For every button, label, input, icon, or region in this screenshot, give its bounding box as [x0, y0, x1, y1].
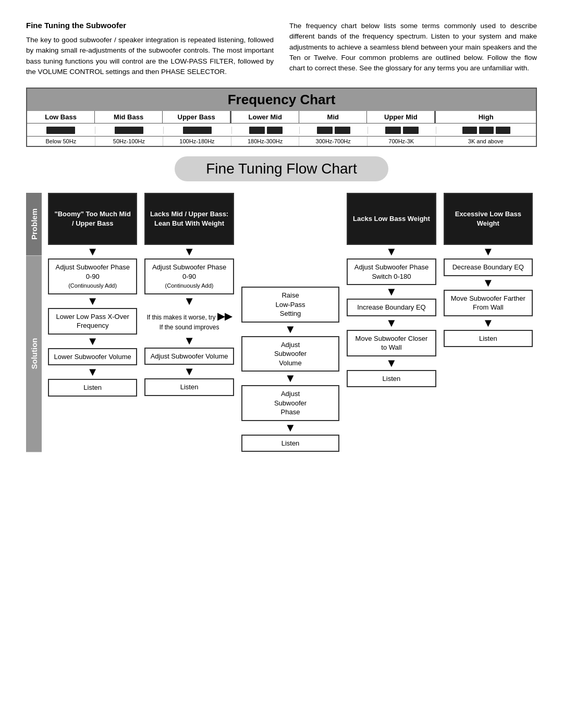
sol4-listen: Listen [444, 330, 533, 348]
arrow-4: ▼ [87, 366, 99, 378]
hz-low-bass: Below 50Hz [27, 137, 95, 146]
sol2b-listen: Listen [241, 435, 340, 452]
arrow-3: ▼ [87, 336, 99, 347]
arrow-c3-2: ▼ [386, 286, 397, 298]
top-section: Fine Tuning the Subwoofer The key to goo… [26, 21, 537, 77]
band-upper-bass: Upper Bass [163, 111, 230, 123]
side-labels: Problem Solution [26, 193, 42, 452]
flow-col-3: Lacks Low Bass Weight ▼ Adjust Subwoofer… [345, 193, 438, 452]
flow-title: Fine Tuning Flow Chart [175, 156, 388, 181]
top-right: The frequency chart below lists some ter… [289, 21, 537, 77]
freq-bars [27, 124, 536, 136]
sol2-adjust-phase: Adjust Subwoofer Phase 0-90 (Continuousl… [144, 258, 234, 294]
frequency-chart: Frequency Chart Low Bass Mid Bass Upper … [26, 88, 537, 147]
band-low-bass: Low Bass [27, 111, 95, 123]
hz-high: 3K and above [436, 137, 536, 146]
hz-lower-mid: 180Hz-300Hz [231, 137, 300, 146]
flow-col-1: "Boomy" Too Much Mid / Upper Bass ▼ Adju… [46, 193, 139, 452]
band-high: High [435, 111, 536, 123]
flow-title-wrap: Fine Tuning Flow Chart [26, 156, 537, 181]
arrow-2: ▼ [87, 295, 99, 307]
fine-tuning-body: The key to good subwoofer / speaker inte… [26, 35, 274, 77]
sol2-listen: Listen [144, 378, 234, 396]
bars-high [436, 127, 536, 134]
bar [46, 127, 75, 134]
bars-upper-mid [368, 127, 436, 134]
problem-label: Problem [26, 193, 42, 255]
bar [183, 127, 212, 134]
arrow-c3-4: ▼ [386, 357, 397, 369]
problem-boomy: "Boomy" Too Much Mid / Upper Bass [48, 193, 137, 245]
problem-lacks-low: Lacks Low Bass Weight [347, 193, 436, 245]
sol3-increase-eq: Increase Boundary EQ [347, 299, 436, 316]
flow-col-2b: RaiseLow-PassSetting ▼ AdjustSubwooferVo… [239, 193, 342, 452]
freq-bands: Low Bass Mid Bass Upper Bass Lower Mid M… [27, 111, 536, 124]
flow-columns: "Boomy" Too Much Mid / Upper Bass ▼ Adju… [44, 193, 537, 452]
sol2b-adjust-vol: AdjustSubwooferVolume [241, 336, 340, 372]
arrow-c3-3: ▼ [386, 317, 397, 329]
bar [496, 127, 510, 134]
bar [403, 127, 419, 134]
sol2b-adjust-phase: AdjustSubwooferPhase [241, 385, 340, 421]
arrow-c4-2: ▼ [482, 277, 494, 289]
bar [249, 127, 265, 134]
arrow-2b-2: ▼ [285, 373, 296, 384]
bar [115, 127, 143, 134]
top-left: Fine Tuning the Subwoofer The key to goo… [26, 21, 274, 77]
sol3-listen: Listen [347, 370, 436, 388]
bar [385, 127, 401, 134]
bar [462, 127, 477, 134]
hz-upper-mid: 700Hz-3K [368, 137, 436, 146]
sol3-move-closer: Move Subwoofer Closer to Wall [347, 330, 436, 356]
arrow-2b-1: ▼ [285, 324, 296, 335]
sol4-move-farther: Move Subwoofer Farther From Wall [444, 290, 533, 316]
bar [317, 127, 333, 134]
flow-col-2: Lacks Mid / Upper Bass: Lean But With We… [142, 193, 236, 452]
hz-upper-bass: 100Hz-180Hz [163, 137, 231, 146]
arrow-c2-3: ▼ [183, 335, 195, 347]
solution-label: Solution [26, 255, 42, 452]
band-lower-mid: Lower Mid [230, 111, 299, 123]
bar [267, 127, 283, 134]
sol1-adjust-phase: Adjust Subwoofer Phase 0-90 (Continuousl… [48, 258, 137, 294]
sol2b-raise-lowpass: RaiseLow-PassSetting [241, 287, 340, 323]
bar [335, 127, 350, 134]
hz-mid-bass: 50Hz-100Hz [95, 137, 164, 146]
fine-tuning-heading: Fine Tuning the Subwoofer [26, 21, 274, 30]
sol3-adjust-phase: Adjust Subwoofer Phase Switch 0-180 [347, 258, 436, 285]
bars-mid-bass [95, 127, 164, 134]
sol1-listen: Listen [48, 379, 137, 397]
sol1-lower-volume: Lower Subwoofer Volume [48, 348, 137, 366]
sol1-lower-lowpass: Lower Low Pass X-Over Frequency [48, 308, 137, 335]
bars-lower-mid [232, 127, 300, 134]
band-mid-bass: Mid Bass [95, 111, 163, 123]
branch-worse: If this makes it worse, try ▶▶ If the so… [144, 308, 234, 334]
arrow-c4-3: ▼ [482, 317, 494, 329]
sol4-decrease-eq: Decrease Boundary EQ [444, 258, 533, 276]
freq-hz: Below 50Hz 50Hz-100Hz 100Hz-180Hz 180Hz-… [27, 136, 536, 146]
arrow-c3-1: ▼ [386, 246, 397, 257]
bar [479, 127, 494, 134]
arrow-c2-1: ▼ [183, 246, 195, 257]
arrow-c4-1: ▼ [482, 246, 494, 257]
hz-mid: 300Hz-700Hz [299, 137, 368, 146]
bars-mid [300, 127, 368, 134]
bars-low-bass [27, 127, 95, 134]
flow-chart: Problem Solution "Boomy" Too Much Mid / … [26, 193, 537, 452]
arrow-c2-2: ▼ [183, 295, 195, 307]
problem-excess-low: Excessive Low Bass Weight [444, 193, 533, 245]
band-mid: Mid [299, 111, 367, 123]
sol2-adjust-volume: Adjust Subwoofer Volume [144, 348, 234, 365]
flow-col-4: Excessive Low Bass Weight ▼ Decrease Bou… [442, 193, 535, 452]
arrow-2b-3: ▼ [285, 422, 296, 434]
bars-upper-bass [164, 127, 232, 134]
arrow-c2-4: ▼ [183, 366, 195, 377]
freq-chart-title: Frequency Chart [27, 89, 536, 111]
arrow-1: ▼ [87, 246, 99, 257]
top-right-body: The frequency chart below lists some ter… [289, 21, 537, 73]
band-upper-mid: Upper Mid [367, 111, 435, 123]
problem-lacks-mid: Lacks Mid / Upper Bass: Lean But With We… [144, 193, 234, 245]
